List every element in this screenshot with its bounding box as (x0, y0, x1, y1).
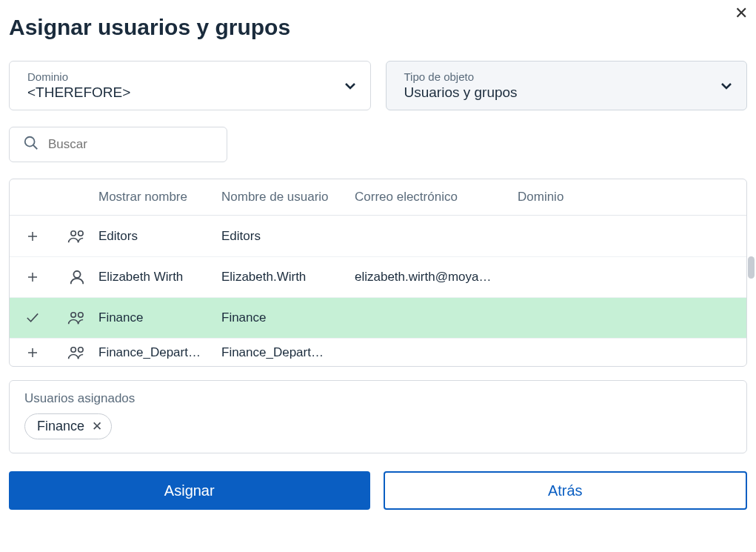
cell-email: elizabeth.wirth@moya… (355, 270, 518, 285)
assigned-users-box: Usuarios asignados Finance ✕ (9, 380, 747, 453)
table-row[interactable]: Editors Editors (10, 216, 746, 256)
group-icon (56, 310, 98, 325)
cell-username: Finance_Depart… (221, 345, 355, 360)
cell-username: Finance (221, 310, 355, 325)
add-button[interactable] (10, 230, 56, 243)
object-type-dropdown[interactable]: Tipo de objeto Usuarios y grupos (386, 61, 748, 110)
table-row[interactable]: Finance Finance (10, 297, 746, 338)
cell-display-name: Finance (98, 310, 221, 325)
svg-point-4 (71, 230, 76, 236)
cell-display-name: Finance_Depart… (98, 345, 221, 360)
svg-point-9 (71, 313, 76, 318)
table-row[interactable]: Elizabeth Wirth Elizabeth.Wirth elizabet… (10, 256, 746, 297)
assign-button[interactable]: Asignar (9, 471, 370, 510)
scrollbar-thumb[interactable] (748, 256, 755, 279)
add-button[interactable] (10, 270, 56, 284)
plus-icon (26, 346, 39, 359)
svg-point-5 (78, 230, 84, 236)
close-icon: ✕ (92, 419, 102, 433)
svg-point-8 (73, 271, 80, 278)
domain-dropdown-value: <THEREFORE> (27, 84, 130, 101)
svg-line-1 (33, 145, 38, 150)
assigned-chip[interactable]: Finance ✕ (24, 413, 112, 439)
plus-icon (26, 230, 39, 243)
search-icon (23, 135, 39, 154)
header-domain[interactable]: Dominio (518, 190, 746, 204)
domain-dropdown-label: Dominio (27, 70, 130, 83)
close-button[interactable]: ✕ (731, 3, 752, 24)
add-button[interactable] (10, 346, 56, 359)
user-icon (56, 269, 98, 285)
group-icon (56, 229, 98, 244)
table-row[interactable]: Finance_Depart… Finance_Depart… (10, 338, 746, 366)
dialog-title: Asignar usuarios y grupos (9, 0, 747, 61)
object-type-dropdown-value: Usuarios y grupos (404, 84, 518, 101)
selected-indicator[interactable] (10, 312, 56, 324)
footer-buttons: Asignar Atrás (9, 471, 747, 510)
cell-display-name: Elizabeth Wirth (98, 270, 221, 285)
object-type-dropdown-label: Tipo de objeto (404, 70, 518, 83)
svg-point-13 (71, 347, 76, 352)
svg-point-10 (78, 313, 84, 318)
chevron-down-icon (720, 79, 733, 93)
svg-point-14 (78, 347, 84, 352)
table-body: Editors Editors Elizabeth Wirth Elizabet… (10, 216, 746, 366)
cell-username: Editors (221, 229, 355, 244)
search-box[interactable] (9, 127, 227, 162)
assigned-users-label: Usuarios asignados (24, 391, 732, 406)
dropdown-row: Dominio <THEREFORE> Tipo de objeto Usuar… (9, 61, 747, 110)
results-table: Mostrar nombre Nombre de usuario Correo … (9, 179, 747, 367)
cell-display-name: Editors (98, 229, 221, 244)
header-email[interactable]: Correo electrónico (355, 190, 518, 204)
table-header: Mostrar nombre Nombre de usuario Correo … (10, 179, 746, 216)
domain-dropdown[interactable]: Dominio <THEREFORE> (9, 61, 371, 110)
header-display-name[interactable]: Mostrar nombre (98, 190, 221, 204)
check-icon (25, 312, 40, 324)
svg-point-0 (25, 137, 35, 147)
group-icon (56, 345, 98, 360)
close-icon: ✕ (735, 4, 748, 23)
cell-username: Elizabeth.Wirth (221, 270, 355, 285)
chip-remove-button[interactable]: ✕ (92, 419, 102, 434)
header-username[interactable]: Nombre de usuario (221, 190, 355, 204)
dialog-container: Asignar usuarios y grupos Dominio <THERE… (0, 0, 756, 519)
plus-icon (26, 270, 39, 284)
chevron-down-icon (344, 79, 357, 93)
back-button[interactable]: Atrás (384, 471, 748, 510)
search-input[interactable] (48, 137, 213, 152)
chip-label: Finance (37, 419, 84, 434)
